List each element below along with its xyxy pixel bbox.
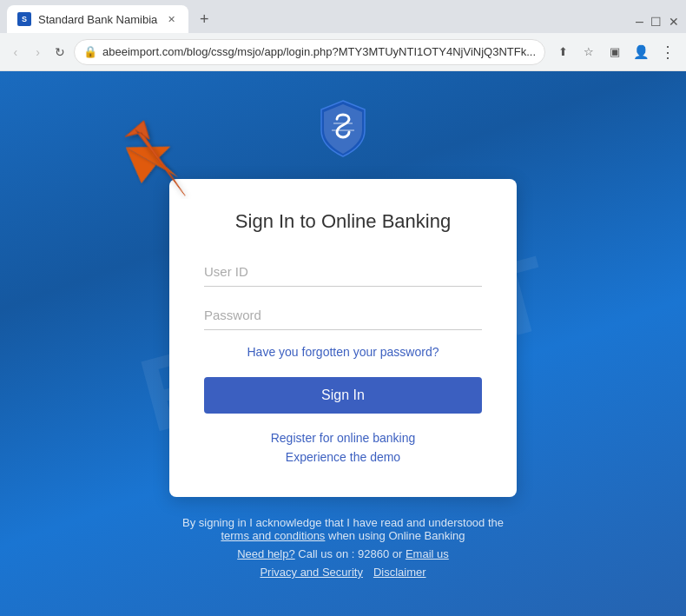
userid-group xyxy=(204,257,482,287)
tab-close-button[interactable]: ✕ xyxy=(164,12,178,26)
terms-link[interactable]: terms and conditions xyxy=(221,529,325,542)
email-link[interactable]: Email us xyxy=(406,547,449,560)
demo-link[interactable]: Experience the demo xyxy=(204,450,482,464)
back-button[interactable]: ‹ xyxy=(7,40,24,64)
browser-window: S Standard Bank Namibia ✕ + – ☐ ✕ ‹ › ↻ … xyxy=(0,0,686,616)
userid-input[interactable] xyxy=(204,257,482,287)
password-input[interactable] xyxy=(204,301,482,330)
footer-text-3b: when using Online Banking xyxy=(328,529,465,542)
footer-text-1: By signing in I acknowledge that I have … xyxy=(182,516,504,529)
login-card: Sign In to Online Banking Have you forgo… xyxy=(169,179,517,497)
tab-favicon: S xyxy=(17,12,31,26)
address-bar-row: ‹ › ↻ 🔒 abeeimport.com/blog/cssg/msjo/ap… xyxy=(0,33,686,71)
footer-line-1: By signing in I acknowledge that I have … xyxy=(182,516,504,542)
bank-logo-container xyxy=(313,97,373,162)
bank-logo xyxy=(313,97,373,158)
forgot-password-link-container: Have you forgotten your password? xyxy=(204,344,482,360)
help-link[interactable]: Need help? xyxy=(237,547,295,560)
forgot-password-link[interactable]: Have you forgotten your password? xyxy=(247,345,439,359)
bottom-links: Register for online banking Experience t… xyxy=(204,431,482,464)
share-button[interactable]: ⬆ xyxy=(551,40,575,64)
new-tab-button[interactable]: + xyxy=(192,7,216,31)
forward-button[interactable]: › xyxy=(30,40,47,64)
lock-icon: 🔒 xyxy=(83,45,97,58)
address-actions: ⬆ ☆ ▣ 👤 ⋮ xyxy=(551,40,679,64)
footer-links: Privacy and Security Disclaimer xyxy=(182,566,504,579)
tab-bar: S Standard Bank Namibia ✕ + – ☐ ✕ xyxy=(0,0,686,33)
register-link[interactable]: Register for online banking xyxy=(204,431,482,445)
active-tab[interactable]: S Standard Bank Namibia ✕ xyxy=(7,5,188,33)
footer-line-2: Need help? Call us on : 92860 or Email u… xyxy=(182,547,504,560)
page-content: REPORT xyxy=(0,71,686,616)
bookmark-button[interactable]: ☆ xyxy=(577,40,601,64)
menu-button[interactable]: ⋮ xyxy=(655,40,679,64)
maximize-icon[interactable]: ☐ xyxy=(650,15,662,29)
page-footer: By signing in I acknowledge that I have … xyxy=(165,516,521,579)
login-title: Sign In to Online Banking xyxy=(204,210,482,233)
close-icon[interactable]: ✕ xyxy=(669,15,679,29)
sidebar-toggle-button[interactable]: ▣ xyxy=(603,40,627,64)
url-text: abeeimport.com/blog/cssg/msjo/app/login.… xyxy=(102,45,536,58)
sign-in-button[interactable]: Sign In xyxy=(204,377,482,414)
password-group xyxy=(204,301,482,330)
tab-title: Standard Bank Namibia xyxy=(38,13,157,26)
refresh-button[interactable]: ↻ xyxy=(51,40,69,64)
disclaimer-link[interactable]: Disclaimer xyxy=(373,566,426,579)
profile-button[interactable]: 👤 xyxy=(629,40,653,64)
privacy-link[interactable]: Privacy and Security xyxy=(260,566,363,579)
minimize-icon[interactable]: – xyxy=(636,14,643,30)
address-bar[interactable]: 🔒 abeeimport.com/blog/cssg/msjo/app/logi… xyxy=(74,39,545,65)
call-text: Call us on : 92860 or xyxy=(298,547,402,560)
